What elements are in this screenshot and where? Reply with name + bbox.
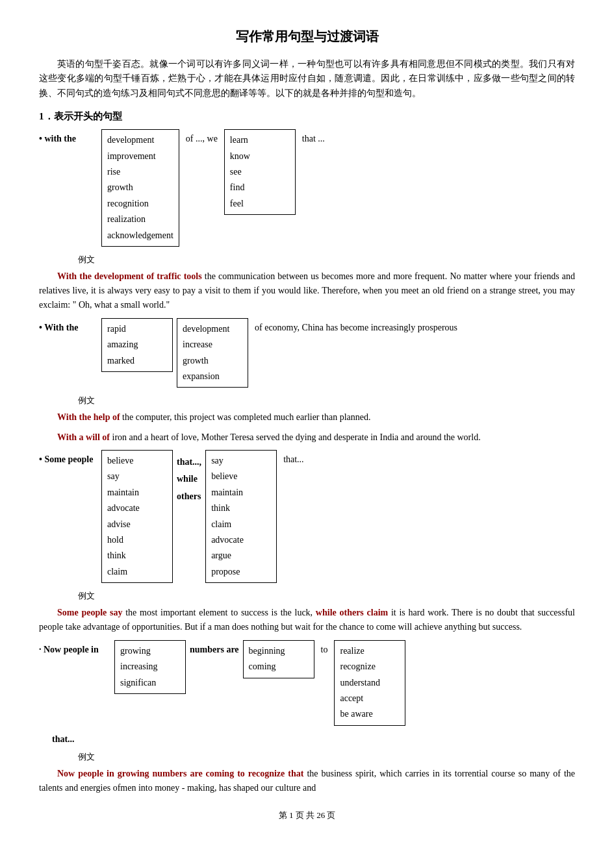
list-item: maintain xyxy=(107,485,167,501)
list-item: feel xyxy=(230,196,290,212)
list-item: significan xyxy=(120,675,180,691)
list-item: rise xyxy=(107,164,173,180)
now-people-box3: realize recognize understand accept be a… xyxy=(334,640,405,726)
list-item: improvement xyxy=(107,149,173,164)
page-title: 写作常用句型与过渡词语 xyxy=(39,26,575,47)
list-item: increasing xyxy=(120,659,180,675)
some-people-box1: believe say maintain advocate advise hol… xyxy=(101,450,173,583)
list-item: growing xyxy=(120,643,180,659)
example1-text: With the development of traffic tools th… xyxy=(39,269,575,313)
page-footer: 第 1 页 共 26 页 xyxy=(39,809,575,823)
list-item: believe xyxy=(107,453,167,469)
pattern1-box1: development improvement rise growth reco… xyxy=(101,129,179,247)
pattern1-box2: learn know see find feel xyxy=(224,129,296,215)
pattern2-row: • With the rapid amazing marked developm… xyxy=(39,318,575,388)
list-item: say xyxy=(211,453,271,469)
list-item: learn xyxy=(230,132,290,148)
list-item: marked xyxy=(107,353,167,369)
connector-while: while xyxy=(177,469,201,486)
bold-phrase: Some people say xyxy=(57,608,122,617)
list-item: claim xyxy=(107,564,167,580)
pattern1-label: • with the xyxy=(39,129,97,146)
that-text: that... xyxy=(52,734,75,744)
list-item: growth xyxy=(107,180,173,195)
to-connector: to xyxy=(321,640,328,657)
list-item: recognition xyxy=(107,196,173,212)
example2-text2: With a will of iron and a heart of love,… xyxy=(39,430,575,445)
bold-phrase2: while others claim xyxy=(316,608,388,617)
list-item: know xyxy=(230,149,290,164)
list-item: think xyxy=(211,501,271,516)
pattern2-connector: of economy, China has become increasingl… xyxy=(255,318,457,335)
list-item: rapid xyxy=(107,321,167,337)
example-some-label: 例文 xyxy=(78,589,575,603)
list-item: see xyxy=(230,164,290,180)
bold-phrase: Now people in growing numbers are coming… xyxy=(57,769,303,778)
list-item: hold xyxy=(107,532,167,548)
bold-phrase: With the development of traffic tools xyxy=(57,271,202,281)
list-item: amazing xyxy=(107,337,167,353)
section1-heading: 1．表示开头的句型 xyxy=(39,108,575,124)
list-item: propose xyxy=(211,564,271,580)
example-now-text: Now people in growing numbers are coming… xyxy=(39,767,575,796)
connector1: of ..., we xyxy=(186,129,218,146)
pattern2-box2: development increase growth expansion xyxy=(177,318,248,388)
list-item: think xyxy=(107,548,167,564)
intro-paragraph: 英语的句型千姿百态。就像一个词可以有许多同义词一样，一种句型也可以有许多具有相同… xyxy=(39,57,575,101)
pattern1-row: • with the development improvement rise … xyxy=(39,129,575,247)
list-item: accept xyxy=(340,691,400,706)
example2-label: 例文 xyxy=(78,394,575,408)
example-now-label: 例文 xyxy=(78,750,575,764)
list-item: advise xyxy=(107,517,167,532)
example1-label: 例文 xyxy=(78,253,575,267)
list-item: increase xyxy=(183,337,242,353)
example-some-text: Some people say the most important eleme… xyxy=(39,606,575,635)
some-people-connectors: that..., while others xyxy=(177,450,201,504)
list-item: advocate xyxy=(211,532,271,548)
pattern2-box1: rapid amazing marked xyxy=(101,318,173,372)
list-item: find xyxy=(230,180,290,195)
list-item: claim xyxy=(211,517,271,532)
bold-phrase: With the help of xyxy=(57,412,120,422)
list-item: development xyxy=(183,321,242,337)
list-item: advocate xyxy=(107,501,167,516)
now-people-row: · Now people in growing increasing signi… xyxy=(39,640,575,726)
list-item: coming xyxy=(249,659,309,675)
list-item: understand xyxy=(340,675,400,691)
list-item: say xyxy=(107,469,167,484)
that-connector-label: that... xyxy=(52,732,575,747)
now-people-label: · Now people in xyxy=(39,640,110,657)
list-item: maintain xyxy=(211,485,271,501)
now-people-box1: growing increasing significan xyxy=(114,640,186,694)
list-item: beginning xyxy=(249,643,309,659)
list-item: argue xyxy=(211,548,271,564)
connector-others: others xyxy=(177,487,201,504)
list-item: growth xyxy=(183,353,242,369)
list-item: expansion xyxy=(183,369,242,384)
connector2: that ... xyxy=(302,129,325,146)
list-item: recognize xyxy=(340,659,400,675)
list-item: be aware xyxy=(340,706,400,722)
list-item: realization xyxy=(107,212,173,227)
bold-phrase: With a will of xyxy=(57,432,110,442)
pattern2-label: • With the xyxy=(39,318,97,335)
connector-that2: that... xyxy=(283,450,304,467)
some-people-row: • Some people believe say maintain advoc… xyxy=(39,450,575,583)
some-people-box2: say believe maintain think claim advocat… xyxy=(205,450,277,583)
now-people-box2: beginning coming xyxy=(243,640,314,678)
list-item: believe xyxy=(211,469,271,484)
list-item: realize xyxy=(340,643,400,659)
list-item: development xyxy=(107,132,173,148)
example2-text1: With the help of the computer, this proj… xyxy=(39,410,575,425)
numbers-are-connector: numbers are xyxy=(190,640,239,657)
list-item: acknowledgement xyxy=(107,228,173,243)
connector-that: that..., xyxy=(177,453,201,469)
some-people-label: • Some people xyxy=(39,450,97,467)
